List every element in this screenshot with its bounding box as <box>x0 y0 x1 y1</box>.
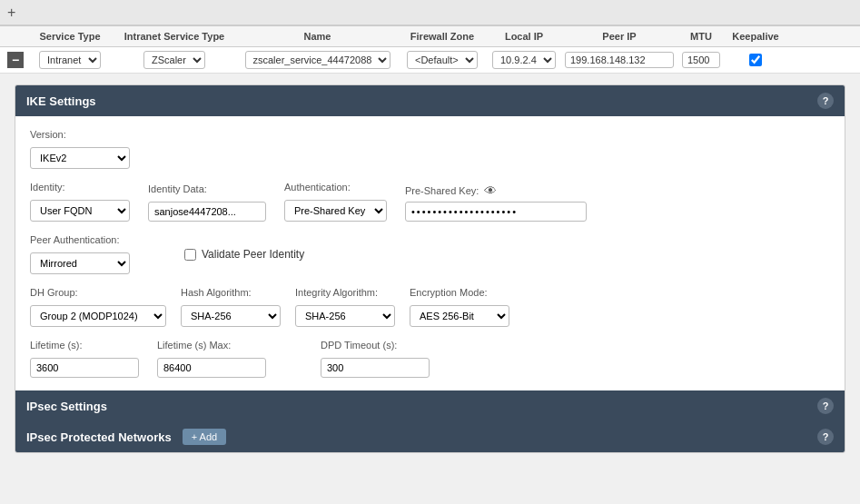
psk-label: Pre-Shared Key: <box>405 185 479 196</box>
dpd-timeout-label: DPD Timeout (s): <box>321 340 430 351</box>
encryption-mode-field: Encryption Mode: AES 256-Bit AES 128-Bit… <box>410 287 509 327</box>
dh-group-field: DH Group: Group 2 (MODP1024) Group 1 Gro… <box>30 287 166 327</box>
peer-auth-field: Peer Authentication: Mirrored Certificat… <box>30 234 130 274</box>
psk-input[interactable] <box>405 202 587 222</box>
remove-row-button[interactable]: − <box>7 52 24 68</box>
header-name: Name <box>238 30 397 43</box>
lifetime-row: Lifetime (s): 3600 Lifetime (s) Max: 864… <box>30 340 830 378</box>
validate-peer-checkbox[interactable] <box>184 249 196 261</box>
lifetime-input[interactable]: 3600 <box>30 358 139 378</box>
ipsec-networks-header: IPsec Protected Networks + Add ? <box>15 421 845 452</box>
hash-algorithm-select[interactable]: SHA-256 MD5 SHA-1 <box>181 305 281 327</box>
dh-group-select[interactable]: Group 2 (MODP1024) Group 1 Group 5 Group… <box>30 305 166 327</box>
plus-icon[interactable]: + <box>7 5 15 21</box>
name-select[interactable]: zscaler_service_44472088_1 <box>245 51 390 69</box>
identity-row: Identity: User FQDN IP Address FQDN Iden… <box>30 182 830 222</box>
keepalive-checkbox[interactable] <box>749 54 762 66</box>
identity-select[interactable]: User FQDN IP Address FQDN <box>30 200 130 222</box>
version-label: Version: <box>30 129 830 140</box>
header-firewall-zone: Firewall Zone <box>397 30 488 43</box>
table-header: Service Type Intranet Service Type Name … <box>0 25 860 47</box>
identity-data-field: Identity Data: <box>148 183 266 222</box>
table-row: − Intranet ZScaler zscaler_service_44472… <box>0 47 860 74</box>
encryption-mode-label: Encryption Mode: <box>410 287 509 298</box>
ipsec-networks-help-button[interactable]: ? <box>817 429 834 445</box>
peer-ip-input[interactable]: 199.168.148.132 <box>565 52 674 68</box>
ike-settings-help-button[interactable]: ? <box>817 93 834 109</box>
ike-settings-body: Version: IKEv2 IKEv1 Identity: User FQDN… <box>15 116 845 390</box>
psk-field: Pre-Shared Key: 👁 <box>405 183 587 222</box>
header-mtu: MTU <box>678 30 724 43</box>
authentication-label: Authentication: <box>284 182 387 193</box>
ipsec-settings-header: IPsec Settings ? <box>15 390 845 421</box>
hash-algorithm-field: Hash Algorithm: SHA-256 MD5 SHA-1 <box>181 287 281 327</box>
header-local-ip: Local IP <box>488 30 560 43</box>
ipsec-settings-title: IPsec Settings <box>26 400 107 413</box>
identity-label: Identity: <box>30 182 130 193</box>
version-select[interactable]: IKEv2 IKEv1 <box>30 147 130 169</box>
identity-data-input[interactable] <box>148 202 266 222</box>
authentication-field: Authentication: Pre-Shared Key Certifica… <box>284 182 387 222</box>
lifetime-label: Lifetime (s): <box>30 340 139 351</box>
header-keepalive: Keepalive <box>724 30 787 43</box>
firewall-zone-select[interactable]: <Default> <box>407 51 478 69</box>
hash-algorithm-label: Hash Algorithm: <box>181 287 281 298</box>
ipsec-networks-title-row: IPsec Protected Networks + Add <box>26 429 226 445</box>
ike-settings-header: IKE Settings ? <box>15 85 845 116</box>
psk-toggle-icon[interactable]: 👁 <box>484 183 497 198</box>
identity-field: Identity: User FQDN IP Address FQDN <box>30 182 130 222</box>
peer-auth-label: Peer Authentication: <box>30 234 130 245</box>
encryption-mode-select[interactable]: AES 256-Bit AES 128-Bit AES 192-Bit 3DES <box>410 305 509 327</box>
dh-group-label: DH Group: <box>30 287 166 298</box>
dpd-timeout-field: DPD Timeout (s): 300 <box>321 340 430 378</box>
lifetime-max-field: Lifetime (s) Max: 86400 <box>157 340 266 378</box>
header-peer-ip: Peer IP <box>560 30 678 43</box>
lifetime-max-input[interactable]: 86400 <box>157 358 266 378</box>
integrity-algorithm-field: Integrity Algorithm: SHA-256 MD5 SHA-1 <box>295 287 395 327</box>
header-service-type: Service Type <box>29 30 111 43</box>
identity-data-label: Identity Data: <box>148 183 266 194</box>
integrity-algorithm-select[interactable]: SHA-256 MD5 SHA-1 <box>295 305 395 327</box>
integrity-algorithm-label: Integrity Algorithm: <box>295 287 395 298</box>
ike-settings-title: IKE Settings <box>26 94 96 108</box>
add-network-button[interactable]: + Add <box>183 429 226 445</box>
dpd-timeout-input[interactable]: 300 <box>321 358 430 378</box>
ipsec-settings-help-button[interactable]: ? <box>817 398 834 414</box>
validate-peer-label: Validate Peer Identity <box>202 248 304 261</box>
mtu-input[interactable]: 1500 <box>682 52 720 68</box>
peer-auth-select[interactable]: Mirrored Certificate <box>30 252 130 274</box>
top-bar: + <box>0 0 860 25</box>
authentication-select[interactable]: Pre-Shared Key Certificate <box>284 200 387 222</box>
validate-peer-row: Validate Peer Identity <box>184 248 304 261</box>
lifetime-max-label: Lifetime (s) Max: <box>157 340 266 351</box>
header-intranet-type: Intranet Service Type <box>111 30 238 43</box>
ipsec-networks-title: IPsec Protected Networks <box>26 430 172 444</box>
version-field: Version: IKEv2 IKEv1 <box>30 129 830 169</box>
service-type-select[interactable]: Intranet <box>39 51 101 69</box>
intranet-service-type-select[interactable]: ZScaler <box>143 51 205 69</box>
ike-settings-panel: IKE Settings ? Version: IKEv2 IKEv1 Iden… <box>15 84 845 453</box>
peer-auth-row: Peer Authentication: Mirrored Certificat… <box>30 234 830 274</box>
algorithms-row: DH Group: Group 2 (MODP1024) Group 1 Gro… <box>30 287 830 327</box>
lifetime-field: Lifetime (s): 3600 <box>30 340 139 378</box>
local-ip-select[interactable]: 10.9.2.4 <box>492 51 556 69</box>
